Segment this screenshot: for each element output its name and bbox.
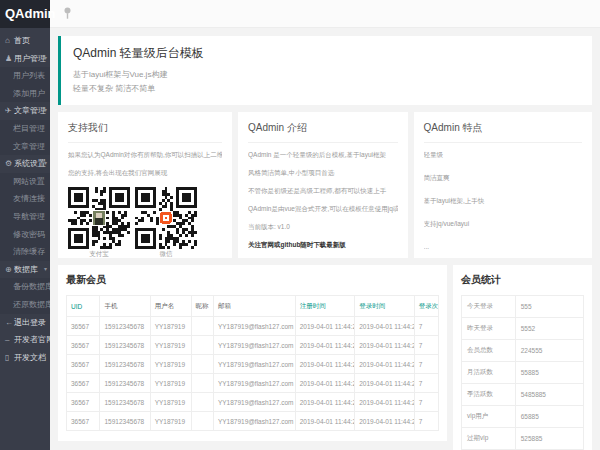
sidebar-item-label: 修改密码 [13, 230, 45, 239]
sidebar-item[interactable]: 网站设置 [0, 173, 50, 191]
stat-row: 过期vip 525885 [462, 428, 584, 450]
features-card: QAdmin 特点 轻量级 简洁直爽 基于layui框架,上手快 支持jq/vu… [414, 112, 592, 258]
sidebar-item-icon: ⊕ [5, 261, 14, 279]
member-register-time: 2019-04-01 11:44:20 [295, 317, 355, 336]
sidebar-item[interactable]: –开发者官网 [0, 331, 50, 349]
table-column-header[interactable]: 登录次数 [414, 296, 438, 317]
latest-members-card: 最新会员 UID 手机 用户名 昵称 [58, 265, 447, 441]
member-nickname [191, 317, 213, 336]
member-phone: 15912345678 [100, 374, 150, 393]
sidebar-item[interactable]: 栏目管理 [0, 120, 50, 138]
sidebar-item[interactable]: 修改密码 [0, 226, 50, 244]
qr-code-label: 支付宝 [68, 250, 130, 258]
sidebar-item-label: 备份数据库 [13, 282, 50, 291]
sidebar-item[interactable]: 导航管理 [0, 208, 50, 226]
member-login-time: 2019-04-01 11:44:20 [355, 412, 415, 431]
member-uid: 36567 [67, 355, 100, 374]
stat-value: 55885 [515, 362, 583, 384]
table-column-header[interactable]: 昵称 [191, 296, 213, 317]
member-login-time: 2019-04-01 11:44:20 [355, 355, 415, 374]
sidebar-item-label: 用户列表 [13, 71, 45, 80]
member-email: YY187919@flash127.com [213, 412, 295, 431]
stat-value: 555 [515, 296, 583, 318]
info-cards-row: 支持我们 如果您认为QAdmin对你有所帮助,你可以扫描以上二维码支持我们 您的… [58, 112, 592, 258]
sidebar-item-icon: ← [5, 314, 14, 332]
member-username: YY187919 [150, 374, 191, 393]
stat-row: 会员总数 224555 [462, 340, 584, 362]
stat-value: 224555 [515, 340, 583, 362]
banner-subtitle-1: 基于layui框架与Vue.js构建 [73, 69, 580, 80]
sidebar-item-icon: – [5, 331, 14, 349]
sidebar-item[interactable]: 还原数据库 [0, 296, 50, 314]
members-table-header-row: UID 手机 用户名 昵称 邮箱 注册时间 [67, 296, 439, 317]
qr-codes: 支付宝 微信 [68, 187, 222, 258]
member-nickname [191, 374, 213, 393]
member-uid: 36567 [67, 336, 100, 355]
sidebar-item-label: 添加用户 [13, 89, 45, 98]
member-stats-card: 会员统计 今天登录 555 昨天登录 5552 [453, 265, 592, 450]
sidebar-item[interactable]: ⊕数据库 [0, 261, 50, 279]
intro-text: QAdmin是由vue混合式开发,可以在模板任意使用jq或vue/layui [248, 205, 398, 214]
member-stats-table: 今天登录 555 昨天登录 5552 会员总数 224555 [461, 295, 584, 450]
intro-title: QAdmin 介绍 [248, 119, 398, 143]
support-text: 如果您认为QAdmin对你有所帮助,你可以扫描以上二维码支持我们 [68, 151, 222, 160]
sidebar-item-label: 栏目管理 [13, 124, 45, 133]
member-phone: 15912345678 [100, 393, 150, 412]
table-column-header[interactable]: 手机 [100, 296, 150, 317]
sidebar-item[interactable]: ♟用户管理 [0, 50, 50, 68]
intro-text: 不管你是初级还是高级工程师,都有可以快速上手 [248, 187, 398, 196]
top-header: QAdmin [0, 0, 600, 28]
intro-text: 当前版本: v1.0 [248, 223, 398, 232]
sidebar-item[interactable]: 备份数据库 [0, 278, 50, 296]
member-email: YY187919@flash127.com [213, 317, 295, 336]
member-phone: 15912345678 [100, 355, 150, 374]
sidebar-item-label: 清除缓存 [13, 247, 45, 256]
support-text: 您的支持,将会出现在我们官网展现 [68, 169, 222, 178]
table-column-header[interactable]: 邮箱 [213, 296, 295, 317]
stat-row: 季活跃数 5485885 [462, 384, 584, 406]
member-row: 36567 15912345678 YY187919 YY187919@flas… [67, 412, 439, 431]
support-title: 支持我们 [68, 119, 222, 143]
sidebar-item[interactable]: ⚙系统设置 [0, 155, 50, 173]
members-table: UID 手机 用户名 昵称 邮箱 注册时间 [66, 295, 439, 431]
member-nickname [191, 355, 213, 374]
sidebar-item[interactable]: ▯开发文档 [0, 349, 50, 367]
features-title: QAdmin 特点 [424, 119, 582, 143]
pin-icon[interactable] [60, 7, 74, 21]
table-column-header[interactable]: 登录时间 [355, 296, 415, 317]
sidebar-item[interactable]: 清除缓存 [0, 243, 50, 261]
chevron-down-icon [44, 50, 47, 68]
feature-item: 支持jq/vue/layui [424, 220, 582, 229]
sidebar-item[interactable]: ✈文章管理 [0, 102, 50, 120]
member-row: 36567 15912345678 YY187919 YY187919@flas… [67, 393, 439, 412]
member-email: YY187919@flash127.com [213, 374, 295, 393]
table-column-header[interactable]: 用户名 [150, 296, 191, 317]
qr-code-label: 微信 [135, 250, 197, 258]
sidebar-item[interactable]: ⌂首页 [0, 32, 50, 50]
feature-item: 基于layui框架,上手快 [424, 197, 582, 206]
member-email: YY187919@flash127.com [213, 355, 295, 374]
member-nickname [191, 393, 213, 412]
member-phone: 15912345678 [100, 317, 150, 336]
qr-code: 微信 [135, 187, 197, 258]
table-column-header[interactable]: UID [67, 296, 100, 317]
sidebar-item-label: 首页 [14, 36, 30, 45]
sidebar-item[interactable]: 添加用户 [0, 85, 50, 103]
sidebar-item-label: 开发者官网 [14, 335, 50, 344]
member-login-count: 7 [414, 336, 438, 355]
member-phone: 15912345678 [100, 412, 150, 431]
member-username: YY187919 [150, 412, 191, 431]
sidebar-item[interactable]: 用户列表 [0, 67, 50, 85]
banner-title: QAdmin 轻量级后台模板 [73, 45, 580, 62]
sidebar-item-label: 导航管理 [13, 212, 45, 221]
table-column-header[interactable]: 注册时间 [295, 296, 355, 317]
pin-icon-glyph [63, 7, 72, 20]
stat-row: 月活跃数 55885 [462, 362, 584, 384]
sidebar-item[interactable]: 文章管理 [0, 138, 50, 156]
sidebar-item[interactable]: 友情连接 [0, 190, 50, 208]
main-content: QAdmin 轻量级后台模板 基于layui框架与Vue.js构建 轻量不复杂 … [50, 28, 600, 450]
qr-code: 支付宝 [68, 187, 130, 258]
member-login-count: 7 [414, 317, 438, 336]
sidebar-item[interactable]: ←退出登录 [0, 314, 50, 332]
sidebar-item-label: 网站设置 [13, 177, 45, 186]
